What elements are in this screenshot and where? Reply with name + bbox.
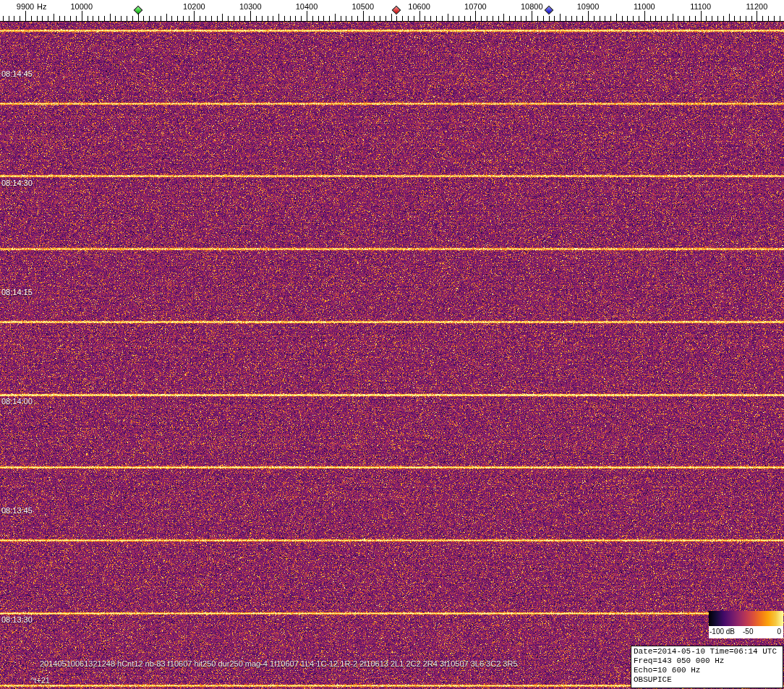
freq-tick-label: 11200	[746, 2, 768, 11]
db-min-label: -100 dB	[710, 628, 735, 635]
station-info-box: Date=2014-05-10 Time=06:14 UTC Freq=143 …	[631, 646, 783, 688]
time-tick-label: 08:14:30	[1, 179, 33, 187]
info-date-time: Date=2014-05-10 Time=06:14 UTC	[634, 647, 780, 656]
freq-tick-label: 10200	[183, 2, 205, 11]
time-tick-label: 08:13:45	[1, 506, 33, 515]
delta-time-text: ^t+21	[30, 676, 50, 685]
freq-tick-label: 10800	[521, 2, 543, 11]
freq-tick-label: 10700	[464, 2, 487, 11]
db-scale-labels: -100 dB -50 0	[709, 626, 783, 638]
db-max-label: 0	[777, 628, 781, 635]
db-mid-label: -50	[743, 628, 753, 635]
freq-tick-label: 10500	[352, 2, 375, 11]
freq-tick-label: 11000	[634, 2, 655, 11]
freq-tick-label: 10000	[71, 2, 93, 11]
freq-unit-label: Hz	[37, 2, 46, 11]
meteor-spectrogram-window: 9900100001020010300104001050010600107001…	[0, 0, 784, 689]
colormap-gradient	[709, 611, 783, 626]
freq-tick-label: 9900	[17, 2, 34, 11]
freq-tick-label: 10900	[577, 2, 600, 11]
freq-tick-label: 10300	[239, 2, 262, 11]
db-scale-bar: -100 dB -50 0	[709, 611, 783, 638]
time-tick-label: 08:14:00	[1, 397, 33, 406]
info-echo-freq: Echo=10 600 Hz	[634, 666, 780, 675]
spectrogram-canvas[interactable]	[0, 22, 784, 689]
info-frequency: Freq=143 050 000 Hz	[634, 656, 780, 666]
time-tick-label: 08:13:30	[1, 615, 33, 624]
waterfall-area: 08:14:4508:14:3008:14:1508:14:0008:13:45…	[0, 22, 784, 689]
freq-tick-label: 11100	[690, 2, 711, 11]
time-tick-label: 08:14:45	[1, 69, 33, 78]
detection-log-text: 20140510061321248 hCnt12 nb-83 f10607 hi…	[40, 659, 518, 668]
freq-tick-label: 10400	[296, 2, 318, 11]
frequency-ruler: 9900100001020010300104001050010600107001…	[0, 0, 784, 22]
info-station-name: OBSUPICE	[634, 675, 780, 685]
freq-tick-label: 10600	[408, 2, 430, 11]
time-tick-label: 08:14:15	[1, 288, 33, 296]
